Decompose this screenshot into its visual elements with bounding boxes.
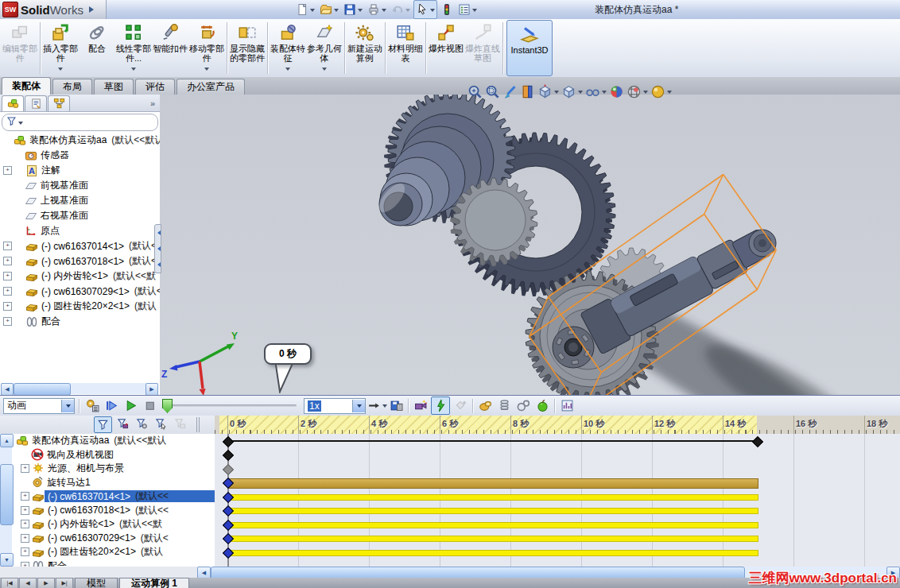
autokey-button[interactable] <box>431 397 450 415</box>
tree-item[interactable]: 前视基准面 <box>0 178 160 193</box>
filter-selected-button[interactable] <box>153 416 169 431</box>
expand-toggle[interactable]: + <box>21 464 29 473</box>
gravity-button[interactable] <box>533 397 551 414</box>
expand-toggle[interactable]: + <box>3 257 12 265</box>
cmd-assembly-features-button[interactable]: 装配体特征 <box>270 19 306 77</box>
expand-toggle[interactable]: + <box>21 520 29 528</box>
expand-toggle[interactable]: + <box>3 242 12 250</box>
filter-dropdown-icon[interactable] <box>18 122 23 127</box>
open-dropdown-icon[interactable] <box>334 9 339 14</box>
tree-item[interactable]: 右视基准面 <box>0 208 160 223</box>
play-button[interactable] <box>122 397 139 414</box>
combo-dropdown-icon[interactable] <box>352 400 365 412</box>
study-tab-模型[interactable]: 模型 <box>75 578 118 588</box>
cmd-show-hidden-button[interactable]: 显示隐藏的零部件 <box>229 19 266 77</box>
tree-item[interactable]: 上视基准面 <box>0 193 160 208</box>
slider-thumb[interactable] <box>162 399 173 413</box>
cmd-exploded-view-button[interactable]: 爆炸视图 <box>428 19 464 77</box>
zoom-area-button[interactable] <box>485 84 500 99</box>
assembly-features-dropdown-icon[interactable] <box>285 68 290 73</box>
expand-toggle[interactable]: + <box>3 317 12 326</box>
feature-tree-hscrollbar[interactable]: ◀▶ <box>1 383 158 394</box>
tree-item[interactable]: +(-) cw61637014<1>(默认<<默 <box>0 238 160 253</box>
study-tab-运动算例 1[interactable]: 运动算例 1 <box>119 578 189 588</box>
previous-view-button[interactable] <box>502 84 518 99</box>
panel-tab-propertymanager[interactable] <box>25 95 47 111</box>
undo-button[interactable] <box>390 1 412 18</box>
move-component-dropdown-icon[interactable] <box>204 68 209 73</box>
component-track-bar[interactable] <box>227 494 758 501</box>
timeline-area[interactable] <box>215 434 900 567</box>
nav-next-button[interactable]: ▶ <box>37 578 55 588</box>
print-button[interactable] <box>366 1 388 18</box>
reference-geometry-dropdown-icon[interactable] <box>322 68 327 73</box>
tree-item[interactable]: +(-) cw616307029<1>(默认<< <box>0 284 160 299</box>
view-settings-dropdown-icon[interactable] <box>667 91 672 96</box>
cmd-instant3d-button[interactable]: Instant3D <box>506 20 553 76</box>
motor-button[interactable] <box>476 397 494 414</box>
motion-tree-item[interactable]: 旋转马达1 <box>0 476 215 490</box>
cmd-bom-button[interactable]: 材料明细表 <box>387 19 424 77</box>
calculate-button[interactable] <box>83 397 101 414</box>
motion-tree-item[interactable]: +配合 <box>0 559 215 567</box>
component-track-bar[interactable] <box>227 522 758 528</box>
tree-item[interactable]: +(-) cw61637018<1>(默认<<默 <box>0 253 160 269</box>
save-button[interactable] <box>342 1 364 18</box>
panel-tab-featuremanager[interactable] <box>2 95 24 111</box>
tree-item[interactable]: +(-) 圆柱齿轮20×2<1>(默认 <box>0 299 160 314</box>
expand-toggle[interactable]: + <box>21 492 29 501</box>
panel-splitter[interactable] <box>154 224 161 273</box>
options-checklist-button[interactable] <box>456 1 479 18</box>
motion-tree-item[interactable]: +(-) cw616307029<1>(默认< <box>0 532 215 546</box>
panel-tab-configurationmanager[interactable] <box>48 95 70 111</box>
expand-toggle[interactable]: + <box>3 287 12 296</box>
expand-toggle[interactable]: + <box>21 534 29 543</box>
toolbar-grip-chevron-icon[interactable] <box>89 6 97 13</box>
hide-show-items-dropdown-icon[interactable] <box>602 91 607 96</box>
tree-timeline-splitter[interactable] <box>196 417 200 432</box>
expand-toggle[interactable]: + <box>21 506 29 515</box>
insert-component-dropdown-icon[interactable] <box>58 68 63 73</box>
tab-装配体[interactable]: 装配体 <box>2 77 51 95</box>
save-animation-button[interactable] <box>387 397 405 414</box>
filter-animated-button[interactable] <box>114 416 131 431</box>
view-settings-button[interactable] <box>650 84 672 99</box>
key-point[interactable] <box>223 450 234 461</box>
display-style-button[interactable] <box>561 84 583 99</box>
play-from-start-button[interactable] <box>103 397 120 414</box>
expand-toggle[interactable]: + <box>3 272 12 280</box>
motion-tree-item[interactable]: +光源、相机与布景 <box>0 462 215 476</box>
scroll-down-button[interactable]: ▼ <box>0 553 14 567</box>
linear-pattern-dropdown-icon[interactable] <box>131 68 136 73</box>
apply-scene-dropdown-icon[interactable] <box>643 91 648 96</box>
motor-track-bar[interactable] <box>227 478 758 489</box>
undo-dropdown-icon[interactable] <box>405 9 410 14</box>
traffic-light-button[interactable] <box>439 1 455 18</box>
tree-filter-bar[interactable] <box>2 114 158 131</box>
expand-toggle[interactable]: + <box>21 562 29 567</box>
nav-last-button[interactable]: ▶| <box>56 578 73 588</box>
playback-mode-button[interactable] <box>368 397 386 414</box>
view-orientation-button[interactable] <box>537 84 559 99</box>
cmd-smart-fasteners-button[interactable]: 智能扣件 <box>152 19 188 77</box>
tab-办公室产品[interactable]: 办公室产品 <box>177 79 245 95</box>
key-point[interactable] <box>223 435 234 447</box>
cmd-insert-component-button[interactable]: 插入零部件 <box>42 19 79 77</box>
study-type-combo[interactable]: 动画 <box>3 398 75 414</box>
cmd-new-motion-study-button[interactable]: 新建运动算例 <box>347 19 383 77</box>
expand-toggle[interactable]: + <box>21 547 29 556</box>
motion-tree-item[interactable]: +(-) cw61637014<1>(默认<< <box>0 489 215 504</box>
scroll-up-button[interactable]: ▲ <box>0 434 14 447</box>
component-track-bar[interactable] <box>227 536 758 542</box>
stop-button[interactable] <box>141 397 158 414</box>
scroll-left-button[interactable]: ◀ <box>1 383 14 396</box>
playback-mode-dropdown-icon[interactable] <box>382 404 387 410</box>
motion-tree-item[interactable]: +(-) cw61637018<1>(默认<< <box>0 504 215 518</box>
motion-tree-item[interactable]: -装配体仿真运动aa(默认<<默认 <box>0 434 215 448</box>
select-cursor-dropdown-icon[interactable] <box>430 9 435 14</box>
cmd-linear-pattern-button[interactable]: 线性零部件... <box>115 19 152 77</box>
key-point[interactable] <box>223 463 234 474</box>
hide-show-items-button[interactable] <box>585 84 607 99</box>
component-track-bar[interactable] <box>227 508 758 514</box>
scroll-right-button[interactable]: ▶ <box>145 383 158 396</box>
